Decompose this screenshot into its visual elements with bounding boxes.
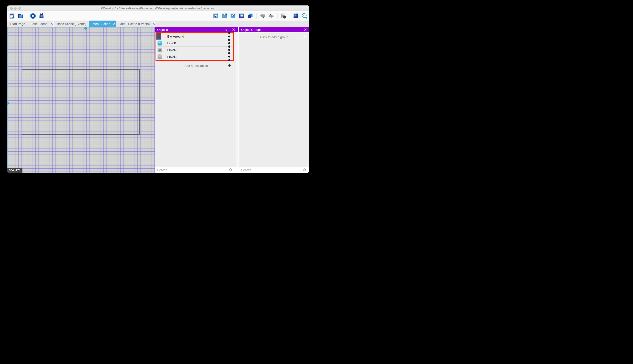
project-manager-icon[interactable] xyxy=(9,13,15,19)
lock-icon xyxy=(158,48,162,52)
groups-search-input[interactable] xyxy=(239,168,303,172)
toolbar-divider xyxy=(277,13,277,19)
tab-bar: Start Page Base Scene Base Scene (Events… xyxy=(7,20,309,27)
objects-editor-icon[interactable] xyxy=(213,13,219,19)
debug-icon[interactable] xyxy=(39,13,45,19)
tab-base-scene[interactable]: Base Scene xyxy=(27,20,54,27)
lock-icon xyxy=(158,54,162,59)
grid-icon[interactable] xyxy=(293,13,299,19)
instances-list-icon[interactable] xyxy=(238,13,245,19)
scene-editor-canvas[interactable]: 304;-178 xyxy=(7,27,155,173)
objects-panel-title: Objects xyxy=(157,28,168,32)
selection-handle-left[interactable] xyxy=(7,102,9,105)
kebab-menu-icon[interactable] xyxy=(227,34,231,38)
scrollbar-track[interactable] xyxy=(236,32,238,167)
object-groups-panel-title: Object Groups xyxy=(241,28,261,32)
tab-base-scene-events[interactable]: Base Scene (Events) xyxy=(54,20,89,27)
filter-icon[interactable] xyxy=(225,28,228,31)
tab-label: Menu Scene (Events) xyxy=(119,22,150,26)
redo-icon[interactable] xyxy=(268,13,274,19)
add-new-object-button[interactable]: Add a new object xyxy=(155,62,238,69)
close-tab-icon[interactable] xyxy=(113,22,116,25)
properties-icon[interactable] xyxy=(230,13,236,19)
tab-menu-scene-events[interactable]: Menu Scene (Events) xyxy=(116,20,155,27)
object-thumbnail: 1 xyxy=(158,41,162,45)
object-row-level2[interactable]: Level2 xyxy=(156,46,233,53)
zoom-level-label: 1:1 xyxy=(303,14,305,17)
play-preview-icon[interactable] xyxy=(30,13,36,19)
search-icon xyxy=(303,168,306,172)
window-title: GDevelop 5 - /Users/dkarakay/Documents/G… xyxy=(101,7,215,10)
groups-search-bar xyxy=(239,167,309,173)
objects-search-input[interactable] xyxy=(155,168,229,172)
add-group-button[interactable]: Click to add a group xyxy=(239,33,309,41)
preview-window-icon[interactable] xyxy=(18,13,24,19)
objects-panel-header: Objects xyxy=(155,27,238,32)
object-row-background[interactable]: Background xyxy=(156,33,233,40)
close-window-button[interactable] xyxy=(10,7,13,10)
cursor-coordinates-badge: 304;-178 xyxy=(7,168,23,173)
title-bar: GDevelop 5 - /Users/dkarakay/Documents/G… xyxy=(7,6,309,11)
objects-search-bar xyxy=(155,167,238,173)
zoom-1-1-icon[interactable]: 1:1 xyxy=(301,13,308,19)
object-name: Level3 xyxy=(167,55,176,58)
object-name: Level2 xyxy=(167,48,176,52)
tab-label: Base Scene xyxy=(31,22,48,26)
object-groups-panel: Object Groups Click to add a group xyxy=(239,27,309,173)
close-tab-icon[interactable] xyxy=(50,22,53,25)
selection-handle-top[interactable] xyxy=(84,27,87,30)
close-panel-icon[interactable] xyxy=(303,28,307,31)
kebab-menu-icon[interactable] xyxy=(227,55,231,58)
close-panel-icon[interactable] xyxy=(232,28,235,31)
kebab-menu-icon[interactable] xyxy=(227,48,231,52)
object-name: Level1 xyxy=(167,41,176,45)
object-row-level3[interactable]: Level3 xyxy=(156,53,233,60)
scene-window-outline xyxy=(22,69,140,135)
plus-icon[interactable] xyxy=(227,64,231,68)
plus-icon[interactable] xyxy=(303,35,307,40)
undo-icon[interactable] xyxy=(259,13,266,19)
traffic-lights xyxy=(10,7,21,10)
object-groups-editor-icon[interactable] xyxy=(221,13,227,19)
object-name: Background xyxy=(167,34,184,38)
tab-label: Menu Scene xyxy=(93,22,110,26)
close-tab-icon[interactable] xyxy=(153,22,155,25)
search-icon xyxy=(229,168,232,172)
tab-menu-scene[interactable]: Menu Scene xyxy=(89,20,116,27)
window-mask-icon[interactable] xyxy=(280,13,287,19)
tab-start-page[interactable]: Start Page xyxy=(7,20,27,27)
minimize-window-button[interactable] xyxy=(14,7,17,10)
tab-label: Start Page xyxy=(10,22,25,26)
selection-edge-left xyxy=(7,27,9,173)
objects-panel: Objects Background 1 Level1 xyxy=(155,27,238,173)
app-window: GDevelop 5 - /Users/dkarakay/Documents/G… xyxy=(7,6,309,173)
main-toolbar: 1:1 xyxy=(7,11,309,20)
toolbar-divider xyxy=(256,13,256,19)
object-row-level1[interactable]: 1 Level1 xyxy=(156,40,233,46)
tab-label: Base Scene (Events) xyxy=(57,22,87,26)
layers-editor-icon[interactable] xyxy=(247,13,253,19)
object-groups-panel-header: Object Groups xyxy=(239,27,309,32)
objects-list-highlight: Background 1 Level1 Level2 Level3 xyxy=(156,32,234,61)
kebab-menu-icon[interactable] xyxy=(227,41,231,45)
object-thumbnail xyxy=(156,33,161,40)
selection-edge-top xyxy=(7,27,155,28)
zoom-window-button[interactable] xyxy=(19,7,21,10)
